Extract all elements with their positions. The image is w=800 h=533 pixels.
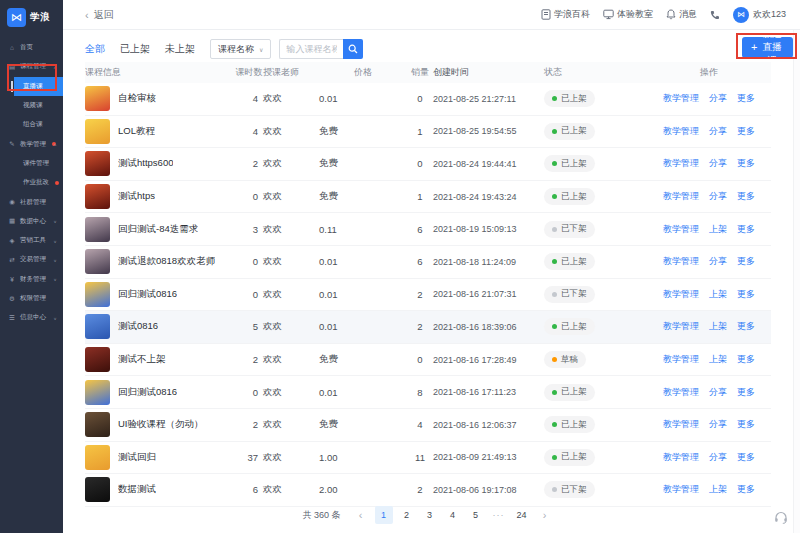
created-time: 2021-08-06 19:17:08 (433, 485, 539, 495)
more-link[interactable]: 更多 (737, 125, 755, 138)
search-field-select[interactable]: 课程名称 ∨ (210, 39, 271, 59)
classroom-label: 体验教室 (617, 8, 653, 21)
filter-tab-unlisted[interactable]: 未上架 (165, 42, 195, 56)
status-label: 已下架 (561, 484, 587, 496)
pagination-page-button[interactable]: 2 (398, 506, 416, 524)
share-link[interactable]: 分享 (709, 92, 727, 105)
new-live-course-button[interactable]: + 新建直播课 (742, 37, 793, 58)
manage-link[interactable]: 教学管理 (663, 125, 699, 138)
more-link[interactable]: 更多 (737, 223, 755, 236)
more-link[interactable]: 更多 (737, 255, 755, 268)
manage-link[interactable]: 教学管理 (663, 451, 699, 464)
publish-link[interactable]: 上架 (709, 320, 727, 333)
status-badge: 已上架 (544, 449, 595, 466)
publish-link[interactable]: 上架 (709, 223, 727, 236)
support-icon[interactable] (773, 510, 789, 526)
sidebar-item-label: 财务管理 (20, 275, 46, 284)
sidebar-item-permission-mgmt[interactable]: ⚙权限管理 (0, 289, 63, 308)
more-link[interactable]: 更多 (737, 418, 755, 431)
manage-link[interactable]: 教学管理 (663, 288, 699, 301)
chevron-down-icon: ∨ (53, 238, 57, 243)
status-cell: 已下架 (539, 286, 647, 303)
course-sales: 2 (407, 484, 433, 495)
filter-tab-all[interactable]: 全部 (85, 42, 105, 56)
sidebar-item-combo-course[interactable]: 组合课 (0, 115, 63, 134)
wiki-link[interactable]: 学浪百科 (541, 8, 590, 21)
pagination-page-button[interactable]: 5 (467, 506, 485, 524)
pagination-prev-button[interactable]: ‹ (352, 506, 370, 524)
messages-link[interactable]: 消息 (666, 8, 697, 21)
scrollbar-track[interactable] (793, 30, 800, 533)
pagination-total: 共 360 条 (302, 509, 340, 522)
more-link[interactable]: 更多 (737, 483, 755, 496)
share-link[interactable]: 分享 (709, 125, 727, 138)
document-icon (541, 9, 551, 20)
search-button[interactable] (343, 39, 363, 59)
sidebar-item-video-course[interactable]: 视频课 (0, 96, 63, 115)
sidebar-item-marketing-tools[interactable]: ◈营销工具∨ (0, 231, 63, 250)
share-link[interactable]: 分享 (709, 386, 727, 399)
phone-icon (710, 10, 720, 20)
pagination-page-button[interactable]: 1 (375, 506, 393, 524)
status-label: 已下架 (561, 223, 587, 235)
status-cell: 已上架 (539, 384, 647, 401)
share-link[interactable]: 分享 (709, 418, 727, 431)
course-info-cell: 数据测试 (85, 477, 235, 502)
status-cell: 已上架 (539, 123, 647, 140)
pagination-page-button[interactable]: 4 (444, 506, 462, 524)
share-link[interactable]: 分享 (709, 157, 727, 170)
more-link[interactable]: 更多 (737, 451, 755, 464)
sidebar-item-homework-review[interactable]: 作业批改 (0, 173, 63, 192)
sidebar-item-courseware-mgmt[interactable]: 课件管理 (0, 154, 63, 173)
actions-cell: 教学管理分享更多 (647, 451, 771, 464)
classroom-link[interactable]: 体验教室 (603, 8, 653, 21)
manage-link[interactable]: 教学管理 (663, 92, 699, 105)
sidebar-item-course-mgmt[interactable]: ▤课程管理∧ (0, 57, 63, 76)
publish-link[interactable]: 上架 (709, 483, 727, 496)
search-input[interactable] (279, 39, 343, 59)
share-link[interactable]: 分享 (709, 190, 727, 203)
manage-link[interactable]: 教学管理 (663, 255, 699, 268)
manage-link[interactable]: 教学管理 (663, 157, 699, 170)
more-link[interactable]: 更多 (737, 92, 755, 105)
pagination-page-button[interactable]: 24 (513, 506, 531, 524)
publish-link[interactable]: 上架 (709, 353, 727, 366)
publish-link[interactable]: 上架 (709, 288, 727, 301)
pagination-next-button[interactable]: › (536, 506, 554, 524)
manage-link[interactable]: 教学管理 (663, 483, 699, 496)
pagination-page-button[interactable]: 3 (421, 506, 439, 524)
more-link[interactable]: 更多 (737, 320, 755, 333)
manage-link[interactable]: 教学管理 (663, 353, 699, 366)
course-thumbnail (85, 380, 110, 405)
course-price: 2.00 (319, 484, 407, 495)
back-button[interactable]: ‹ 返回 (85, 8, 114, 22)
more-link[interactable]: 更多 (737, 157, 755, 170)
filter-tab-listed[interactable]: 已上架 (120, 42, 150, 56)
manage-link[interactable]: 教学管理 (663, 320, 699, 333)
more-link[interactable]: 更多 (737, 386, 755, 399)
sidebar-item-data-center[interactable]: ▦数据中心∨ (0, 212, 63, 231)
manage-link[interactable]: 教学管理 (663, 386, 699, 399)
more-link[interactable]: 更多 (737, 190, 755, 203)
search-icon (348, 44, 358, 54)
sidebar-item-live-course[interactable]: 直播课 (14, 77, 63, 96)
manage-link[interactable]: 教学管理 (663, 418, 699, 431)
sidebar-item-info-center[interactable]: ☰信息中心∨ (0, 308, 63, 327)
course-hours: 2 (235, 354, 263, 365)
phone-button[interactable] (710, 10, 720, 20)
sidebar-item-community-mgmt[interactable]: ◉社群管理 (0, 192, 63, 211)
created-time: 2021-08-25 21:27:11 (433, 94, 539, 104)
more-link[interactable]: 更多 (737, 288, 755, 301)
share-link[interactable]: 分享 (709, 255, 727, 268)
sidebar-item-finance-mgmt[interactable]: ¥财务管理∨ (0, 270, 63, 289)
created-time: 2021-08-16 17:28:49 (433, 355, 539, 365)
share-link[interactable]: 分享 (709, 451, 727, 464)
more-link[interactable]: 更多 (737, 353, 755, 366)
sidebar-item-trade-mgmt[interactable]: ⇄交易管理∨ (0, 250, 63, 269)
user-menu[interactable]: ⋈ 欢欢123 (733, 7, 786, 23)
manage-link[interactable]: 教学管理 (663, 223, 699, 236)
course-hours: 0 (235, 256, 263, 267)
sidebar-item-home[interactable]: ⌂首页 (0, 38, 63, 57)
manage-link[interactable]: 教学管理 (663, 190, 699, 203)
sidebar-item-teaching-mgmt[interactable]: ✎教学管理∧ (0, 134, 63, 153)
